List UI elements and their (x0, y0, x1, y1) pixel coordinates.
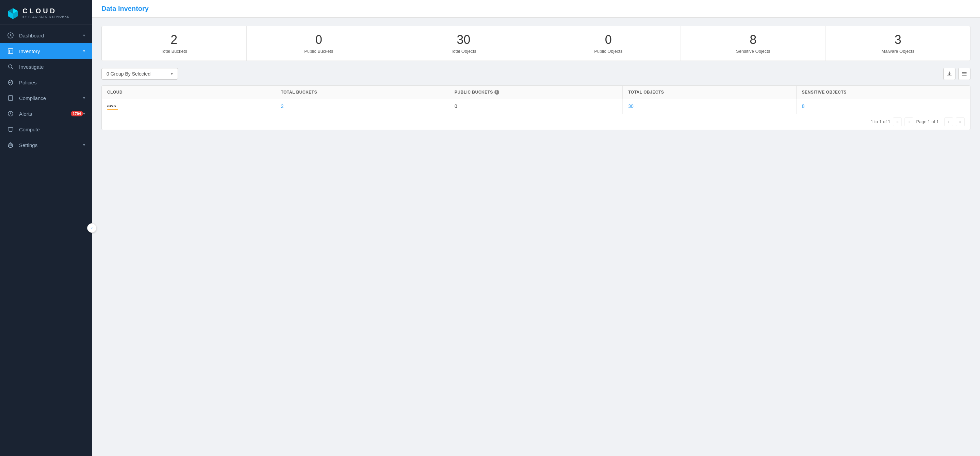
stat-malware-objects-number: 3 (831, 33, 965, 47)
pagination-range: 1 to 1 of 1 (871, 119, 891, 124)
columns-button[interactable] (958, 68, 970, 80)
page-title: Data Inventory (102, 5, 149, 13)
sidebar-logo: CLOUD BY PALO ALTO NETWORKS (0, 0, 92, 25)
aws-logo-line (107, 109, 118, 110)
sidebar: CLOUD BY PALO ALTO NETWORKS Dashboard ▾ (0, 0, 92, 456)
toolbar: 0 Group By Selected ▾ (102, 68, 970, 80)
sidebar-item-alerts-label: Alerts (19, 111, 68, 117)
last-page-button[interactable]: » (956, 118, 965, 126)
prev-page-button[interactable]: ‹ (904, 118, 913, 126)
group-by-label: 0 Group By Selected (107, 71, 150, 76)
stat-sensitive-objects: 8 Sensitive Objects (681, 26, 826, 60)
aws-logo: aws (107, 103, 118, 110)
sidebar-item-inventory-label: Inventory (19, 48, 83, 54)
svg-point-22 (10, 144, 11, 146)
sidebar-collapse-button[interactable]: ‹ (87, 223, 97, 233)
download-icon (947, 71, 952, 76)
stat-public-buckets-number: 0 (252, 33, 386, 47)
svg-rect-18 (8, 128, 13, 131)
sidebar-item-settings[interactable]: Settings ▾ (0, 137, 92, 153)
sidebar-item-investigate-label: Investigate (19, 64, 85, 70)
sidebar-item-dashboard[interactable]: Dashboard ▾ (0, 27, 92, 43)
data-table: CLOUD TOTAL BUCKETS PUBLIC BUCKETS i TOT… (102, 86, 970, 130)
investigate-icon (7, 63, 14, 70)
table-row: aws 2 0 30 8 (102, 99, 970, 114)
page-info: Page 1 of 1 (916, 119, 939, 124)
alerts-badge: 1794 (71, 111, 83, 116)
toolbar-actions (943, 68, 970, 80)
settings-icon (7, 141, 14, 149)
td-cloud: aws (102, 99, 275, 114)
aws-text: aws (107, 103, 116, 108)
sidebar-item-investigate[interactable]: Investigate (0, 59, 92, 75)
alerts-arrow-icon: ▾ (83, 111, 85, 116)
stat-total-objects: 30 Total Objects (391, 26, 536, 60)
stat-public-buckets: 0 Public Buckets (247, 26, 392, 60)
svg-rect-6 (8, 49, 13, 53)
th-total-objects: TOTAL OBJECTS (623, 86, 796, 99)
group-by-select[interactable]: 0 Group By Selected ▾ (102, 68, 178, 79)
th-total-buckets: TOTAL BUCKETS (275, 86, 449, 99)
sidebar-item-compute-label: Compute (19, 127, 85, 132)
sensitive-objects-link[interactable]: 8 (802, 103, 805, 109)
sidebar-nav: Dashboard ▾ Inventory ▾ I (0, 25, 92, 456)
compute-icon (7, 126, 14, 133)
stats-bar: 2 Total Buckets 0 Public Buckets 30 Tota… (102, 26, 970, 61)
compliance-icon (7, 94, 14, 102)
stat-total-objects-label: Total Objects (397, 49, 530, 54)
main-header: Data Inventory (92, 0, 980, 18)
settings-arrow-icon: ▾ (83, 143, 85, 147)
th-sensitive-objects: SENSITIVE OBJECTS (797, 86, 970, 99)
main-content: Data Inventory 2 Total Buckets 0 Public … (92, 0, 980, 456)
sidebar-item-dashboard-label: Dashboard (19, 33, 83, 38)
stat-public-buckets-label: Public Buckets (252, 49, 386, 54)
palo-alto-logo-icon (7, 7, 19, 19)
stat-sensitive-objects-number: 8 (686, 33, 820, 47)
total-buckets-link[interactable]: 2 (281, 103, 283, 109)
public-buckets-info-icon: i (495, 90, 499, 95)
sidebar-item-policies-label: Policies (19, 79, 85, 86)
policies-icon (7, 79, 14, 86)
sidebar-item-policies[interactable]: Policies (0, 75, 92, 90)
logo-sub-text: BY PALO ALTO NETWORKS (22, 15, 69, 18)
sidebar-item-inventory[interactable]: Inventory ▾ (0, 43, 92, 59)
sidebar-item-compliance-label: Compliance (19, 95, 83, 101)
sidebar-item-compliance[interactable]: Compliance ▾ (0, 90, 92, 106)
td-total-buckets: 2 (275, 99, 449, 114)
pagination: 1 to 1 of 1 « ‹ Page 1 of 1 › » (102, 114, 970, 130)
th-public-buckets: PUBLIC BUCKETS i (449, 86, 623, 99)
inventory-icon (7, 47, 14, 55)
stat-malware-objects: 3 Malware Objects (826, 26, 970, 60)
stat-total-buckets-number: 2 (107, 33, 241, 47)
td-public-buckets: 0 (449, 99, 623, 114)
stat-total-buckets-label: Total Buckets (107, 49, 241, 54)
inventory-arrow-icon: ▾ (83, 49, 85, 53)
td-total-objects: 30 (623, 99, 796, 114)
sidebar-item-alerts[interactable]: Alerts 1794 ▾ (0, 106, 92, 121)
stat-malware-objects-label: Malware Objects (831, 49, 965, 54)
logo-text: CLOUD BY PALO ALTO NETWORKS (22, 8, 69, 18)
main-body: 2 Total Buckets 0 Public Buckets 30 Tota… (92, 18, 980, 456)
svg-point-17 (10, 115, 11, 115)
svg-line-10 (11, 68, 13, 69)
stat-public-objects: 0 Public Objects (536, 26, 681, 60)
dashboard-arrow-icon: ▾ (83, 33, 85, 38)
stat-public-objects-number: 0 (542, 33, 675, 47)
dashboard-icon (7, 32, 14, 39)
stat-sensitive-objects-label: Sensitive Objects (686, 49, 820, 54)
logo-cloud-text: CLOUD (22, 8, 69, 14)
sidebar-item-settings-label: Settings (19, 142, 83, 148)
compliance-arrow-icon: ▾ (83, 95, 85, 100)
alerts-icon (7, 110, 14, 118)
columns-icon (962, 71, 967, 76)
stat-public-objects-label: Public Objects (542, 49, 675, 54)
total-objects-link[interactable]: 30 (628, 103, 633, 109)
next-page-button[interactable]: › (944, 118, 953, 126)
sidebar-item-compute[interactable]: Compute (0, 121, 92, 137)
stat-total-buckets: 2 Total Buckets (102, 26, 247, 60)
chevron-down-icon: ▾ (171, 71, 173, 76)
td-sensitive-objects: 8 (797, 99, 970, 114)
first-page-button[interactable]: « (893, 118, 902, 126)
th-cloud: CLOUD (102, 86, 275, 99)
download-button[interactable] (943, 68, 956, 80)
